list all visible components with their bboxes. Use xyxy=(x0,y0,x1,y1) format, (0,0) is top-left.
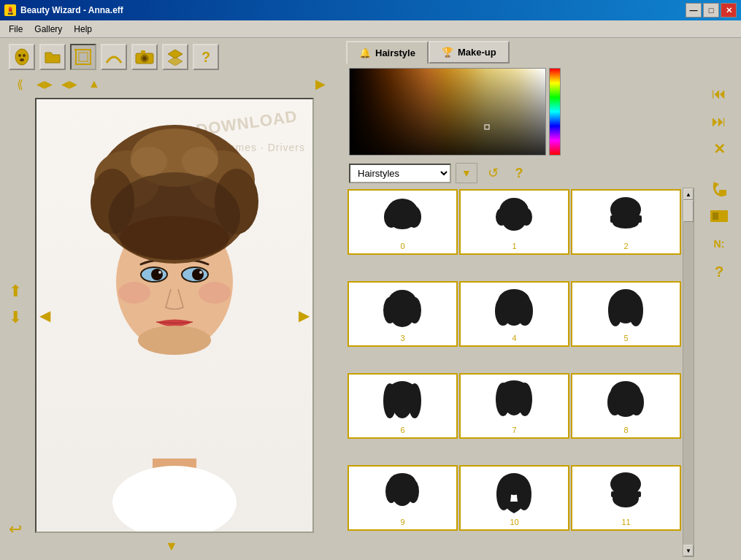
arrow-down-large[interactable]: ⬇ xyxy=(9,308,22,327)
help-tool-button[interactable]: ? xyxy=(193,44,219,70)
hair-silhouette-1 xyxy=(493,193,537,240)
tab-makeup[interactable]: 🏆 Make-up xyxy=(429,41,510,64)
hair-num-2: 2 xyxy=(623,242,628,250)
hair-item-9[interactable]: 9 xyxy=(348,465,458,531)
layers-tool-button[interactable] xyxy=(162,44,188,70)
minimize-button[interactable]: — xyxy=(686,3,702,18)
nav-up[interactable]: ▲ xyxy=(83,74,105,93)
svg-rect-10 xyxy=(141,50,145,53)
svg-point-24 xyxy=(118,282,150,304)
nav-prev[interactable]: ◀▶ xyxy=(58,74,80,93)
hair-num-3: 3 xyxy=(400,334,404,342)
scroll-up-btn[interactable]: ▲ xyxy=(683,188,694,200)
hair-item-3[interactable]: 3 xyxy=(348,281,458,347)
menu-help[interactable]: Help xyxy=(68,23,98,36)
hair-item-8[interactable]: 8 xyxy=(571,373,681,439)
scroll-thumb[interactable] xyxy=(683,200,694,222)
hairstyle-grid: 0 1 xyxy=(346,188,683,557)
nav-down[interactable]: ▼ xyxy=(3,536,340,557)
svg-point-71 xyxy=(614,396,637,417)
far-skip-last[interactable]: ⏭ xyxy=(706,110,732,133)
hair-item-5[interactable]: 5 xyxy=(571,281,681,347)
svg-point-55 xyxy=(503,299,525,326)
maximize-button[interactable]: □ xyxy=(703,3,719,18)
rotate-left[interactable]: ↩ xyxy=(9,520,22,539)
window-title: Beauty Wizard - Anna.eff xyxy=(20,5,686,15)
svg-point-21 xyxy=(182,147,218,176)
nav-prev-group[interactable]: ◀▶ xyxy=(34,74,55,93)
hair-silhouette-0 xyxy=(381,193,425,240)
toolbar: ? xyxy=(3,41,340,73)
scroll-track xyxy=(683,200,694,545)
window-controls: — □ ✕ xyxy=(686,3,737,18)
svg-point-44 xyxy=(521,208,532,226)
photo-arrow-right[interactable]: ▶ xyxy=(299,307,310,324)
svg-point-47 xyxy=(613,217,639,229)
svg-rect-4 xyxy=(76,50,91,64)
photo-section: ⬆ ⬇ xyxy=(3,95,340,557)
photo-arrow-left[interactable]: ◀ xyxy=(39,307,50,324)
hair-num-5: 5 xyxy=(623,334,628,342)
menu-gallery[interactable]: Gallery xyxy=(28,23,68,36)
category-select[interactable]: Hairstyles Short Medium Long Curly xyxy=(349,164,451,183)
hair-item-10[interactable]: 10 xyxy=(459,465,569,531)
dropdown-arrow[interactable]: ▼ xyxy=(456,163,477,183)
hair-num-9: 9 xyxy=(400,518,404,526)
help-hair-btn[interactable]: ? xyxy=(508,163,530,183)
hair-item-7[interactable]: 7 xyxy=(459,373,569,439)
menu-file[interactable]: File xyxy=(3,23,28,36)
refresh-btn[interactable]: ↺ xyxy=(482,163,504,183)
far-help[interactable]: ? xyxy=(706,260,732,283)
hair-item-11[interactable]: 11 xyxy=(571,465,681,531)
scroll-down-btn[interactable]: ▼ xyxy=(683,545,694,556)
hair-silhouette-7 xyxy=(493,377,537,424)
far-compare[interactable] xyxy=(706,204,732,228)
arc-tool-button[interactable] xyxy=(101,44,127,70)
hair-silhouette-5 xyxy=(604,285,648,332)
far-skip-first[interactable]: ⏮ xyxy=(706,82,732,105)
folder-tool-button[interactable] xyxy=(39,44,66,70)
color-spectrum[interactable] xyxy=(549,68,561,156)
color-cursor xyxy=(484,125,489,130)
nav-right[interactable]: ▶ xyxy=(310,74,331,93)
svg-rect-84 xyxy=(719,190,726,196)
far-right-panel: ⏮ ⏭ ✕ N: ? xyxy=(697,38,741,560)
hair-item-4[interactable]: 4 xyxy=(459,281,569,347)
hair-item-2[interactable]: 2 xyxy=(571,189,681,255)
neck-shirt-layer xyxy=(101,459,247,532)
color-picker-area xyxy=(346,65,694,158)
svg-point-75 xyxy=(407,480,419,503)
close-button[interactable]: ✕ xyxy=(721,3,737,18)
hair-silhouette-6 xyxy=(381,377,425,424)
hair-num-6: 6 xyxy=(400,426,404,434)
far-close[interactable]: ✕ xyxy=(706,137,732,161)
hair-silhouette-3 xyxy=(381,285,425,332)
tab-bar: 🔔 Hairstyle 🏆 Make-up xyxy=(346,41,694,64)
hair-item-1[interactable]: 1 xyxy=(459,189,569,255)
hairstyle-tab-label: Hairstyle xyxy=(375,47,415,58)
arrow-up-large[interactable]: ⬆ xyxy=(9,282,22,301)
nav-skip-left[interactable]: ⟪ xyxy=(9,74,31,93)
svg-point-63 xyxy=(392,386,412,418)
grid-scrollbar[interactable]: ▲ ▼ xyxy=(683,188,694,557)
face-tool-button[interactable] xyxy=(9,44,35,70)
far-number[interactable]: N: xyxy=(706,232,732,256)
color-gradient-container[interactable] xyxy=(349,68,546,156)
photo-area: DOWNLOAD Software · Games · Drivers ◀ ▶ xyxy=(35,98,314,533)
far-undo[interactable] xyxy=(706,177,732,200)
camera-tool-button[interactable] xyxy=(131,44,158,70)
svg-point-51 xyxy=(391,305,414,327)
hair-num-4: 4 xyxy=(512,334,516,342)
hair-item-6[interactable]: 6 xyxy=(348,373,458,439)
svg-rect-5 xyxy=(79,53,88,61)
svg-point-22 xyxy=(120,216,229,260)
portrait-canvas: DOWNLOAD Software · Games · Drivers xyxy=(37,99,312,532)
hairstyle-grid-container: 0 1 xyxy=(346,188,694,557)
main-content: ? ⟪ ◀▶ ◀▶ ▲ ▶ ⬆ ⬇ xyxy=(0,38,741,560)
hair-item-0[interactable]: 0 xyxy=(348,189,458,255)
svg-point-34 xyxy=(138,326,211,355)
svg-point-9 xyxy=(142,56,147,61)
hair-num-8: 8 xyxy=(623,426,628,434)
frame-tool-button[interactable] xyxy=(70,44,96,70)
tab-hairstyle[interactable]: 🔔 Hairstyle xyxy=(346,41,429,64)
